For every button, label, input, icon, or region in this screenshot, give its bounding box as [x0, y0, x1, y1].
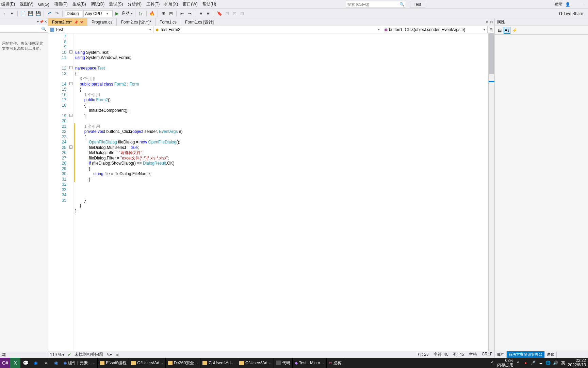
menu-test[interactable]: 测试(S): [109, 1, 123, 7]
close-panel-icon[interactable]: ✕: [44, 20, 47, 24]
toolbox-search[interactable]: 🔍: [0, 25, 48, 33]
tray-rec-icon[interactable]: ●: [523, 361, 528, 365]
status-spaces[interactable]: 空格: [469, 352, 477, 357]
solution-name-button[interactable]: Test: [410, 1, 425, 8]
comment-icon[interactable]: ≡: [198, 11, 204, 17]
nav-1-icon[interactable]: ⊡: [224, 11, 230, 17]
tab-form2-design[interactable]: Form2.cs [设计]*: [117, 18, 156, 26]
zoom-combo[interactable]: 119 % ▾: [50, 352, 64, 357]
fold-gutter[interactable]: -----: [69, 33, 74, 351]
menu-edit[interactable]: 编辑(E): [1, 1, 15, 7]
tab-form2-cs[interactable]: Form2.cs* 📌 ✕: [48, 18, 87, 26]
task-wechat-icon[interactable]: 💬: [20, 358, 31, 365]
back-icon[interactable]: ◦: [1, 11, 7, 17]
task-folder-4[interactable]: C:\Users\Ad…: [200, 358, 237, 365]
menu-view[interactable]: 视图(V): [20, 1, 33, 7]
brush-icon[interactable]: ✎▾: [107, 352, 112, 357]
split-icon[interactable]: ⊞: [488, 26, 494, 33]
status-char[interactable]: 字符: 40: [434, 352, 448, 357]
start-nodebug-icon[interactable]: ▷: [138, 11, 144, 17]
events-icon[interactable]: ⚡: [511, 27, 518, 34]
task-bijian[interactable]: ✂必剪: [327, 358, 344, 365]
undo-icon[interactable]: ↶: [46, 11, 52, 17]
tab-form1-design[interactable]: Form1.cs [设计]: [181, 18, 218, 26]
tray-vol-icon[interactable]: 🔊: [553, 361, 558, 365]
alphabetical-icon[interactable]: A↓: [504, 27, 510, 34]
status-line[interactable]: 行: 23: [418, 352, 429, 357]
forward-icon[interactable]: ▾: [9, 11, 15, 17]
nav-3-icon[interactable]: ⊡: [239, 11, 245, 17]
nav-2-icon[interactable]: ⊡: [231, 11, 238, 17]
redo-icon[interactable]: ↷: [54, 11, 60, 17]
start-debug-icon[interactable]: ▶: [114, 11, 120, 17]
indent-inc-icon[interactable]: ⇥: [186, 11, 193, 17]
tab-form1-cs[interactable]: Form1.cs: [156, 18, 181, 26]
menu-debug[interactable]: 调试(D): [91, 1, 105, 7]
task-folder-1[interactable]: F:\soft\编程: [98, 358, 129, 365]
uncomment-icon[interactable]: ≡: [205, 11, 211, 17]
status-eol[interactable]: CRLF: [482, 352, 492, 357]
tray-up2-icon[interactable]: ^: [516, 361, 521, 365]
scroll-left-icon[interactable]: ◀: [115, 352, 118, 357]
minimize-button[interactable]: —: [578, 2, 587, 7]
pin-icon[interactable]: 📌: [39, 20, 44, 24]
task-ball-icon[interactable]: ◉: [51, 358, 61, 365]
tray-clock[interactable]: 22:22 2022/8/13: [568, 358, 586, 365]
task-excel-icon[interactable]: X: [10, 358, 20, 365]
config-combo[interactable]: Debug▾: [65, 10, 82, 17]
btab-properties[interactable]: 属性: [495, 351, 507, 358]
nav-member-combo[interactable]: ◉ button1_Click(object sender, EventArgs…: [382, 26, 488, 33]
search-icon[interactable]: 🔍: [399, 2, 405, 7]
code-view[interactable]: using System.Text;using System.Windows.F…: [75, 33, 488, 351]
tab-settings-icon[interactable]: ⚙: [489, 20, 493, 25]
task-kugou-icon[interactable]: ◉: [31, 358, 41, 365]
tray-mic-icon[interactable]: 🎤: [530, 361, 536, 365]
tray-perf[interactable]: 62% 内存占用: [497, 358, 513, 365]
menu-build[interactable]: 生成(B): [72, 1, 86, 7]
save-icon[interactable]: 💾: [28, 11, 34, 17]
menu-window[interactable]: 窗口(W): [183, 1, 197, 7]
live-share-label[interactable]: Live Share: [564, 11, 583, 16]
task-chrome[interactable]: ◉组件 | 元素 - …: [61, 358, 98, 365]
tb-misc-2[interactable]: ⊞: [168, 11, 174, 17]
menu-tools[interactable]: 工具(T): [146, 1, 160, 7]
task-notepad[interactable]: 代码: [274, 358, 293, 365]
nav-class-combo[interactable]: ◆ Test.Form2▾: [153, 26, 382, 33]
task-expand-icon[interactable]: »: [41, 358, 51, 365]
dropdown-icon[interactable]: ▾: [37, 20, 39, 24]
task-folder-2[interactable]: C:\Users\Ad…: [129, 358, 166, 365]
toolbox-search-input[interactable]: [1, 27, 41, 31]
bookmark-icon[interactable]: 🔖: [216, 11, 223, 17]
close-icon[interactable]: ✕: [80, 20, 83, 25]
menu-project[interactable]: 项目(P): [54, 1, 68, 7]
toolbox-tab[interactable]: 箱: [0, 352, 48, 358]
pin-icon[interactable]: 📌: [74, 20, 78, 24]
task-folder-5[interactable]: C:\Users\Ad…: [237, 358, 274, 365]
task-folder-3[interactable]: D:\360安全…: [166, 358, 200, 365]
menu-analyze[interactable]: 分析(N): [128, 1, 142, 7]
new-file-icon[interactable]: 📄: [20, 11, 26, 17]
status-col[interactable]: 列: 45: [453, 352, 464, 357]
vertical-scrollbar[interactable]: [488, 33, 494, 351]
tray-up-icon[interactable]: ^: [490, 361, 495, 365]
search-input[interactable]: [346, 2, 399, 6]
save-all-icon[interactable]: 💾: [35, 11, 41, 17]
menu-extensions[interactable]: 扩展(X): [164, 1, 178, 7]
account-icon[interactable]: 👤: [565, 2, 570, 7]
login-link[interactable]: 登录: [554, 1, 562, 7]
task-csharp-icon[interactable]: C#: [0, 358, 10, 365]
search-box[interactable]: 🔍: [346, 1, 405, 8]
tray-sync-icon[interactable]: ☁: [538, 361, 543, 365]
task-vs[interactable]: ◆Test - Micro…: [293, 358, 327, 365]
live-share-icon[interactable]: ⮉: [558, 11, 562, 16]
platform-combo[interactable]: Any CPU▾: [83, 10, 113, 17]
start-debug-label[interactable]: 启动: [121, 11, 130, 16]
search-icon[interactable]: 🔍: [41, 27, 46, 31]
tray-ime[interactable]: 英: [560, 360, 566, 366]
categorized-icon[interactable]: ▤: [496, 27, 503, 34]
btab-notifications[interactable]: 通知: [545, 351, 557, 358]
nav-project-combo[interactable]: Test▾: [48, 26, 153, 33]
btab-solution-explorer[interactable]: 解决方案资源管理器: [507, 351, 545, 358]
indent-dec-icon[interactable]: ⇤: [179, 11, 185, 17]
no-issues-icon[interactable]: ✔: [68, 352, 71, 357]
